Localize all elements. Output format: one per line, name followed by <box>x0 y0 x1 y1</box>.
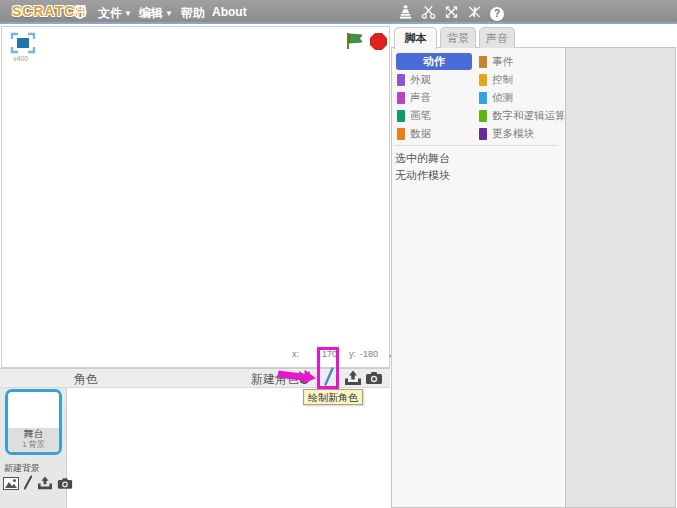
category-operators[interactable]: 数字和逻辑运算 <box>479 108 566 123</box>
green-flag-icon[interactable] <box>345 32 365 54</box>
stage-thumbnail[interactable]: 舞台 1 背景 <box>5 389 62 455</box>
palette-status-empty: 无动作模块 <box>395 168 450 183</box>
stage-thumbnail-caption: 舞台 1 背景 <box>8 428 59 452</box>
category-more-blocks[interactable]: 更多模块 <box>479 126 534 141</box>
mouse-y-label: y: <box>349 349 356 359</box>
category-sound[interactable]: 声音 <box>397 90 431 105</box>
category-swatch <box>397 128 405 140</box>
annotation-highlight-box <box>317 347 339 389</box>
chevron-down-icon: ▼ <box>124 9 132 18</box>
duplicate-stamp-icon[interactable] <box>398 4 413 24</box>
palette-divider <box>395 145 557 146</box>
category-sensing[interactable]: 侦测 <box>479 90 513 105</box>
version-label: v400 <box>13 55 28 62</box>
mouse-x-label: x: <box>292 349 299 359</box>
category-looks[interactable]: 外观 <box>397 72 431 87</box>
language-globe-icon[interactable] <box>72 4 88 24</box>
camera-icon[interactable] <box>57 476 73 494</box>
tab-sounds[interactable]: 声音 <box>479 27 515 48</box>
menu-help[interactable]: 帮助 <box>181 5 205 22</box>
stage-area: v400 <box>1 26 390 368</box>
category-events[interactable]: 事件 <box>479 54 513 69</box>
category-swatch <box>397 92 405 104</box>
category-control[interactable]: 控制 <box>479 72 513 87</box>
new-backdrop-buttons <box>3 475 73 494</box>
category-swatch <box>479 110 487 122</box>
upload-file-icon[interactable] <box>344 370 362 390</box>
stage-name: 舞台 <box>8 428 59 440</box>
chevron-down-icon: ▼ <box>165 9 173 18</box>
upload-file-icon[interactable] <box>37 476 53 494</box>
scripts-workspace[interactable] <box>565 47 676 508</box>
menu-file[interactable]: 文件▼ <box>98 5 132 22</box>
scratch-editor: SCRATCH 文件▼ 编辑▼ 帮助 About ? v400 x: 170 y… <box>0 0 677 508</box>
grow-sprite-icon[interactable] <box>444 4 459 24</box>
category-swatch <box>479 128 487 140</box>
category-swatch <box>397 110 405 122</box>
tab-scripts[interactable]: 脚本 <box>394 27 437 49</box>
mouse-y-value: -180 <box>360 349 378 359</box>
category-swatch <box>479 74 487 86</box>
sprites-title: 角色 <box>74 371 98 388</box>
paint-brush-icon[interactable] <box>23 475 33 494</box>
paint-new-sprite-tooltip: 绘制新角色 <box>303 389 363 405</box>
backdrop-count: 1 背景 <box>8 440 59 449</box>
new-backdrop-label: 新建背景 <box>4 462 40 475</box>
block-help-icon[interactable]: ? <box>490 7 504 21</box>
palette-status-selected: 选中的舞台 <box>395 151 450 166</box>
category-swatch <box>479 92 487 104</box>
sprite-list[interactable] <box>66 388 390 508</box>
category-swatch <box>397 74 405 86</box>
menubar: SCRATCH 文件▼ 编辑▼ 帮助 About ? <box>0 0 677 24</box>
camera-icon[interactable] <box>365 371 383 389</box>
category-data[interactable]: 数据 <box>397 126 431 141</box>
backdrop-library-icon[interactable] <box>3 476 19 494</box>
tab-backdrops[interactable]: 背景 <box>440 27 476 48</box>
stop-sign-icon[interactable] <box>370 33 387 54</box>
category-motion[interactable]: 动作 <box>396 53 472 70</box>
delete-scissors-icon[interactable] <box>421 4 436 24</box>
category-swatch <box>479 56 487 68</box>
category-pen[interactable]: 画笔 <box>397 108 431 123</box>
cursor-tools: ? <box>398 4 504 24</box>
menu-about[interactable]: About <box>212 5 247 19</box>
menu-edit[interactable]: 编辑▼ <box>139 5 173 22</box>
shrink-sprite-icon[interactable] <box>467 4 482 24</box>
